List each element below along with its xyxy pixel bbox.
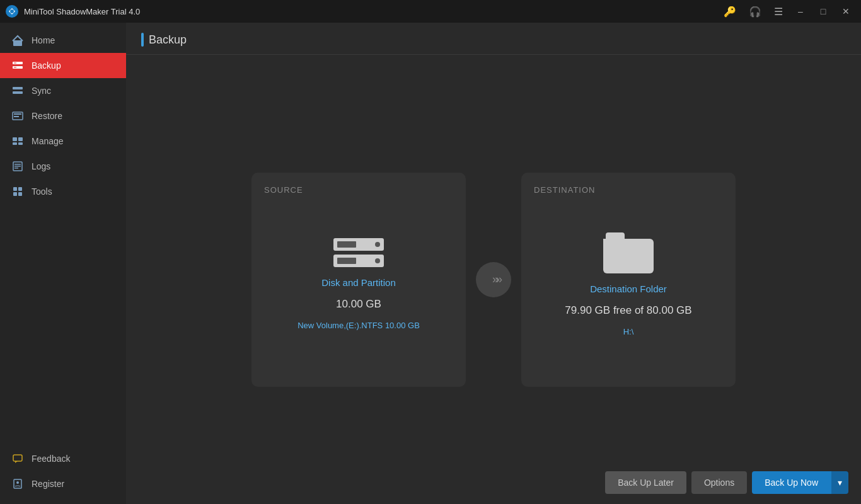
folder-body bbox=[603, 239, 654, 273]
folder-icon bbox=[603, 232, 654, 273]
sidebar-item-sync[interactable]: Sync bbox=[0, 78, 126, 103]
svg-rect-19 bbox=[14, 168, 18, 169]
source-size: 10.00 GB bbox=[336, 298, 381, 311]
title-bar: MiniTool ShadowMaker Trial 4.0 🔑 🎧 ☰ – □… bbox=[0, 0, 861, 23]
main-content: Backup SOURCE bbox=[126, 23, 861, 504]
options-button[interactable]: Options bbox=[691, 471, 747, 494]
svg-rect-10 bbox=[14, 113, 21, 115]
source-detail: New Volume,(E:).NTFS 10.00 GB bbox=[298, 321, 420, 330]
bottom-toolbar: Back Up Later Options Back Up Now ▾ bbox=[592, 461, 861, 504]
svg-point-26 bbox=[16, 481, 19, 484]
disk-dot-2 bbox=[375, 258, 380, 263]
disk-row-2 bbox=[333, 255, 384, 267]
maximize-button[interactable]: □ bbox=[813, 3, 833, 20]
sidebar: Home Backup bbox=[0, 23, 126, 504]
svg-rect-2 bbox=[13, 40, 22, 46]
pin-icon[interactable]: 🔑 bbox=[719, 3, 741, 20]
manage-icon bbox=[11, 135, 24, 147]
svg-rect-7 bbox=[13, 87, 23, 89]
destination-size: 79.90 GB free of 80.00 GB bbox=[565, 304, 691, 317]
destination-type: Destination Folder bbox=[590, 284, 667, 294]
svg-rect-24 bbox=[13, 455, 22, 461]
logs-icon bbox=[11, 160, 24, 173]
destination-detail: H:\ bbox=[623, 327, 634, 336]
app-title: MiniTool ShadowMaker Trial 4.0 bbox=[24, 7, 719, 16]
svg-point-1 bbox=[10, 9, 14, 13]
backup-icon bbox=[11, 59, 24, 72]
headset-icon[interactable]: 🎧 bbox=[744, 3, 766, 20]
sidebar-label-sync: Sync bbox=[32, 86, 51, 96]
sidebar-item-logs[interactable]: Logs bbox=[0, 154, 126, 179]
disk-dot bbox=[375, 242, 380, 247]
destination-content: Destination Folder 79.90 GB free of 80.0… bbox=[565, 195, 691, 374]
app-logo bbox=[5, 4, 19, 18]
source-content: Disk and Partition 10.00 GB New Volume,(… bbox=[298, 195, 420, 374]
disk-slot bbox=[337, 241, 356, 248]
source-label: SOURCE bbox=[264, 185, 303, 195]
chevron-down-icon: ▾ bbox=[838, 478, 842, 488]
tools-icon bbox=[11, 185, 24, 198]
sidebar-item-register[interactable]: Register bbox=[0, 471, 126, 496]
sidebar-label-manage: Manage bbox=[32, 136, 64, 146]
app-body: Home Backup bbox=[0, 23, 861, 504]
sidebar-label-tools: Tools bbox=[32, 186, 52, 197]
disk-row-1 bbox=[333, 238, 384, 251]
svg-rect-17 bbox=[14, 164, 21, 165]
sidebar-label-logs: Logs bbox=[32, 161, 50, 171]
feedback-icon bbox=[11, 452, 24, 465]
page-header: Backup bbox=[126, 23, 861, 55]
folder-tab bbox=[606, 232, 625, 239]
source-type: Disk and Partition bbox=[321, 277, 396, 288]
sidebar-item-manage[interactable]: Manage bbox=[0, 129, 126, 154]
restore-icon bbox=[11, 110, 24, 122]
svg-rect-20 bbox=[13, 187, 17, 191]
backup-area: SOURCE Disk and Partition bbox=[126, 55, 861, 504]
svg-rect-14 bbox=[13, 142, 17, 145]
svg-rect-21 bbox=[18, 187, 22, 191]
sidebar-label-feedback: Feedback bbox=[32, 454, 70, 464]
svg-rect-15 bbox=[18, 142, 23, 145]
source-card[interactable]: SOURCE Disk and Partition bbox=[251, 173, 466, 387]
destination-card[interactable]: DESTINATION Destination Folder 79.90 GB … bbox=[521, 173, 736, 387]
svg-rect-8 bbox=[13, 91, 23, 94]
arrow-icon: »» bbox=[492, 273, 500, 286]
destination-label: DESTINATION bbox=[534, 185, 595, 195]
home-icon bbox=[11, 34, 24, 47]
backup-now-button[interactable]: Back Up Now bbox=[752, 471, 831, 494]
sync-icon bbox=[11, 84, 24, 97]
svg-rect-11 bbox=[14, 116, 19, 117]
menu-icon[interactable]: ☰ bbox=[769, 3, 788, 20]
sidebar-item-home[interactable]: Home bbox=[0, 28, 126, 53]
backup-later-button[interactable]: Back Up Later bbox=[605, 471, 686, 494]
svg-rect-23 bbox=[18, 192, 22, 196]
register-icon bbox=[11, 478, 24, 490]
sidebar-label-restore: Restore bbox=[32, 111, 62, 121]
sidebar-item-restore[interactable]: Restore bbox=[0, 103, 126, 129]
sidebar-bottom: Feedback Register bbox=[0, 446, 126, 504]
minimize-button[interactable]: – bbox=[790, 3, 811, 20]
disk-slot-2 bbox=[337, 258, 356, 264]
svg-rect-5 bbox=[14, 63, 16, 64]
sidebar-item-backup[interactable]: Backup bbox=[0, 53, 126, 78]
close-button[interactable]: ✕ bbox=[836, 3, 856, 20]
sidebar-label-backup: Backup bbox=[32, 60, 61, 71]
svg-rect-13 bbox=[18, 137, 23, 141]
backup-now-dropdown[interactable]: ▾ bbox=[831, 471, 848, 494]
disk-icon bbox=[333, 238, 384, 267]
backup-now-group: Back Up Now ▾ bbox=[752, 471, 848, 494]
sidebar-item-feedback[interactable]: Feedback bbox=[0, 446, 126, 471]
svg-rect-6 bbox=[14, 67, 16, 68]
sidebar-label-register: Register bbox=[32, 479, 64, 489]
header-accent bbox=[141, 33, 144, 47]
svg-rect-22 bbox=[13, 192, 17, 196]
svg-rect-18 bbox=[14, 166, 21, 167]
arrow-button[interactable]: »» bbox=[476, 262, 511, 297]
sidebar-nav: Home Backup bbox=[0, 23, 126, 446]
svg-rect-12 bbox=[13, 137, 17, 141]
sidebar-label-home: Home bbox=[32, 35, 55, 45]
sidebar-item-tools[interactable]: Tools bbox=[0, 179, 126, 204]
title-bar-controls: 🔑 🎧 ☰ – □ ✕ bbox=[719, 3, 856, 20]
page-title: Backup bbox=[149, 33, 187, 47]
